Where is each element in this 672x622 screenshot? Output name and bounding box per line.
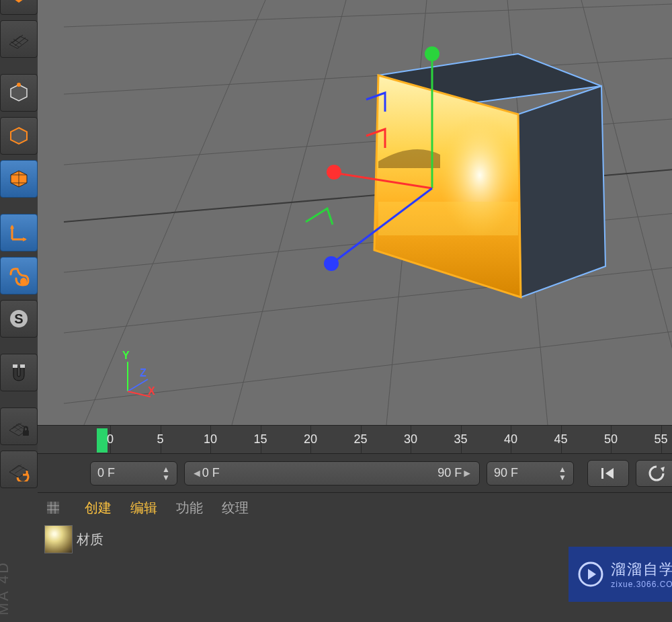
menu-create[interactable]: 创建 [85, 499, 112, 517]
vertical-brand-text: MA 4D [0, 561, 12, 615]
svg-point-25 [327, 165, 341, 180]
tool-object-mode-icon[interactable] [0, 117, 38, 155]
grid-icon [47, 502, 59, 514]
tool-mouse-icon[interactable] [0, 257, 38, 295]
timeline-tick-label: 5 [157, 432, 163, 446]
timeline-tick-label: 45 [554, 432, 567, 446]
range-to-value: 90 F [437, 466, 462, 480]
timeline-tick-label: 30 [404, 432, 417, 446]
current-frame-field[interactable]: 0 F ▲▼ [90, 461, 177, 485]
axis-z-label: Z [140, 367, 146, 379]
timeline-tick-label: 0 [107, 432, 114, 446]
timeline-tick-label: 55 [654, 432, 667, 446]
svg-rect-5 [20, 364, 25, 368]
svg-line-7 [64, 3, 672, 27]
svg-point-1 [20, 278, 27, 286]
svg-rect-21 [378, 202, 518, 235]
current-frame-value: 0 F [97, 466, 115, 480]
material-swatch[interactable] [44, 525, 73, 553]
watermark-badge: 溜溜自学 zixue.3066.COM [569, 547, 672, 602]
range-from-value: 0 F [202, 466, 220, 480]
svg-text:S: S [14, 311, 23, 326]
material-manager: 创建 编辑 功能 纹理 材质 溜溜自学 zixue.3066.COM [38, 492, 672, 622]
svg-rect-6 [23, 430, 29, 436]
timeline-playhead[interactable] [97, 428, 108, 453]
go-to-start-button[interactable] [587, 460, 629, 487]
timeline-tick-label: 35 [454, 432, 467, 446]
timeline-tick-label: 50 [604, 432, 618, 446]
svg-line-29 [128, 379, 148, 391]
tool-axis-icon[interactable] [0, 214, 38, 251]
tool-workplane-rotate-icon[interactable] [0, 451, 38, 488]
end-frame-value: 90 F [494, 466, 518, 480]
timeline-tick-label: 10 [204, 432, 217, 446]
svg-rect-31 [601, 468, 603, 479]
menu-texture[interactable]: 纹理 [222, 499, 249, 517]
tool-magnet-icon[interactable] [0, 354, 38, 391]
timeline-ruler[interactable]: 0510152025303540455055 [38, 425, 672, 453]
watermark-sub: zixue.3066.COM [611, 580, 672, 589]
tool-floor-icon[interactable] [0, 20, 38, 58]
tool-workplane-lock-icon[interactable] [0, 407, 38, 445]
svg-rect-4 [13, 364, 17, 368]
tool-snap-s-icon[interactable]: S [0, 300, 38, 338]
spinner-icon[interactable]: ▲▼ [558, 465, 566, 481]
play-logo-icon [577, 561, 604, 588]
range-right-arrow-icon[interactable]: ► [462, 467, 472, 479]
tool-model-mode-icon[interactable] [0, 74, 38, 112]
watermark-title: 溜溜自学 [611, 561, 672, 578]
timeline-tick-label: 20 [304, 432, 317, 446]
svg-point-23 [425, 46, 439, 61]
playback-controls: 0 F ▲▼ ◄ 0 F 90 F ► 90 F ▲▼ [38, 453, 672, 492]
timeline-tick-label: 15 [253, 432, 267, 446]
menu-functions[interactable]: 功能 [176, 499, 203, 517]
svg-point-27 [324, 256, 339, 271]
timeline-tick-label: 40 [504, 432, 517, 446]
viewport-3d[interactable]: Y Z X [38, 0, 672, 425]
range-left-arrow-icon[interactable]: ◄ [192, 467, 202, 479]
left-toolbar: S [0, 0, 38, 622]
svg-point-0 [17, 83, 21, 87]
prev-key-button[interactable] [636, 460, 672, 487]
axis-x-label: X [148, 385, 155, 397]
range-field[interactable]: ◄ 0 F 90 F ► [184, 461, 480, 485]
tool-primitive-partial-icon[interactable] [0, 0, 38, 15]
svg-rect-32 [47, 502, 59, 514]
menu-edit[interactable]: 编辑 [130, 499, 157, 517]
material-name[interactable]: 材质 [77, 525, 103, 553]
end-frame-field[interactable]: 90 F ▲▼ [487, 461, 574, 485]
svg-line-30 [128, 391, 151, 397]
tool-polygon-mode-icon[interactable] [0, 160, 38, 198]
timeline-tick-label: 25 [353, 432, 367, 446]
axis-y-label: Y [122, 350, 130, 362]
cube-right-face[interactable] [518, 86, 605, 297]
material-menubar: 创建 编辑 功能 纹理 [38, 493, 672, 522]
spinner-icon[interactable]: ▲▼ [162, 465, 170, 481]
